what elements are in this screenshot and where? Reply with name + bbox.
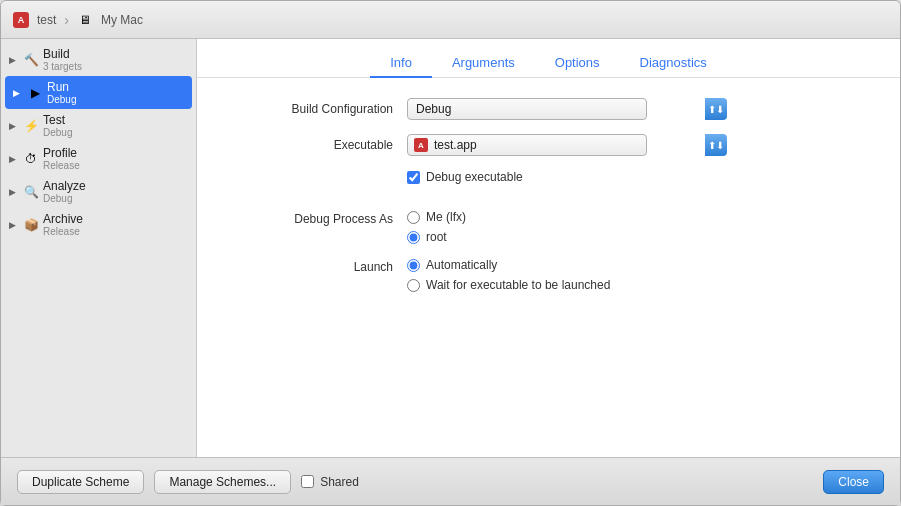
xcode-icon: A — [13, 12, 29, 28]
debug-exe-label: Debug executable — [426, 170, 523, 184]
launch-wait-row: Wait for executable to be launched — [407, 278, 610, 292]
profile-icon: ⏱ — [23, 151, 39, 167]
test-label: Test — [43, 113, 72, 127]
project-name: test — [37, 13, 56, 27]
debug-exe-checkbox-row: Debug executable — [407, 170, 523, 184]
executable-select-wrapper: A test.app ⬆⬇ — [407, 134, 727, 156]
scheme-name: My Mac — [101, 13, 143, 27]
debug-process-root-radio[interactable] — [407, 231, 420, 244]
analyze-arrow-icon: ▶ — [9, 187, 19, 197]
mac-icon: 🖥 — [77, 12, 93, 28]
scheme-editor-window: A test › 🖥 My Mac ▶ 🔨 Build 3 targets ▶ … — [0, 0, 901, 506]
debug-process-radio-group: Me (lfx) root — [407, 210, 466, 244]
sidebar: ▶ 🔨 Build 3 targets ▶ ▶ Run Debug ▶ ⚡ — [1, 39, 197, 457]
sidebar-item-test[interactable]: ▶ ⚡ Test Debug — [1, 109, 196, 142]
debug-process-me-label: Me (lfx) — [426, 210, 466, 224]
debug-process-me-row: Me (lfx) — [407, 210, 466, 224]
launch-auto-radio[interactable] — [407, 259, 420, 272]
content-area: Info Arguments Options Diagnostics Build… — [197, 39, 900, 457]
shared-checkbox-group: Shared — [301, 475, 359, 489]
launch-row: Launch Automatically Wait for executable… — [237, 258, 860, 292]
profile-label: Profile — [43, 146, 80, 160]
debug-process-label: Debug Process As — [237, 210, 407, 226]
manage-schemes-button[interactable]: Manage Schemes... — [154, 470, 291, 494]
executable-box[interactable]: A test.app — [407, 134, 647, 156]
executable-name: test.app — [434, 138, 477, 152]
run-arrow-icon: ▶ — [13, 88, 23, 98]
tab-info[interactable]: Info — [370, 49, 432, 78]
debug-exe-row: Debug executable — [237, 170, 860, 196]
duplicate-scheme-button[interactable]: Duplicate Scheme — [17, 470, 144, 494]
shared-label: Shared — [320, 475, 359, 489]
archive-icon: 📦 — [23, 217, 39, 233]
debug-process-row: Debug Process As Me (lfx) root — [237, 210, 860, 244]
archive-label: Archive — [43, 212, 83, 226]
build-config-select-wrapper: Debug Release ⬆⬇ — [407, 98, 727, 120]
sidebar-item-archive[interactable]: ▶ 📦 Archive Release — [1, 208, 196, 241]
analyze-label: Analyze — [43, 179, 86, 193]
tabs-bar: Info Arguments Options Diagnostics — [197, 39, 900, 78]
build-arrow-icon: ▶ — [9, 55, 19, 65]
analyze-icon: 🔍 — [23, 184, 39, 200]
sidebar-item-profile[interactable]: ▶ ⏱ Profile Release — [1, 142, 196, 175]
build-config-select[interactable]: Debug Release — [407, 98, 647, 120]
tab-arguments[interactable]: Arguments — [432, 49, 535, 78]
sidebar-item-build[interactable]: ▶ 🔨 Build 3 targets — [1, 43, 196, 76]
titlebar: A test › 🖥 My Mac — [1, 1, 900, 39]
title-separator: › — [64, 12, 69, 28]
form-area: Build Configuration Debug Release ⬆⬇ E — [197, 78, 900, 457]
build-label: Build — [43, 47, 82, 61]
debug-process-me-radio[interactable] — [407, 211, 420, 224]
debug-process-root-row: root — [407, 230, 466, 244]
profile-arrow-icon: ▶ — [9, 154, 19, 164]
shared-checkbox[interactable] — [301, 475, 314, 488]
bottom-bar: Duplicate Scheme Manage Schemes... Share… — [1, 457, 900, 505]
run-icon: ▶ — [27, 85, 43, 101]
main-content: ▶ 🔨 Build 3 targets ▶ ▶ Run Debug ▶ ⚡ — [1, 39, 900, 457]
launch-wait-label: Wait for executable to be launched — [426, 278, 610, 292]
build-subtitle: 3 targets — [43, 61, 82, 72]
launch-radio-group: Automatically Wait for executable to be … — [407, 258, 610, 292]
executable-arrow-icon: ⬆⬇ — [705, 134, 727, 156]
sidebar-item-run[interactable]: ▶ ▶ Run Debug — [5, 76, 192, 109]
debug-process-root-label: root — [426, 230, 447, 244]
build-config-arrow-icon: ⬆⬇ — [705, 98, 727, 120]
executable-row: Executable A test.app ⬆⬇ — [237, 134, 860, 156]
build-config-label: Build Configuration — [237, 102, 407, 116]
executable-app-icon: A — [414, 138, 428, 152]
tab-diagnostics[interactable]: Diagnostics — [620, 49, 727, 78]
build-icon: 🔨 — [23, 52, 39, 68]
test-icon: ⚡ — [23, 118, 39, 134]
test-arrow-icon: ▶ — [9, 121, 19, 131]
sidebar-item-analyze[interactable]: ▶ 🔍 Analyze Debug — [1, 175, 196, 208]
launch-auto-label: Automatically — [426, 258, 497, 272]
close-button[interactable]: Close — [823, 470, 884, 494]
test-subtitle: Debug — [43, 127, 72, 138]
tab-options[interactable]: Options — [535, 49, 620, 78]
analyze-subtitle: Debug — [43, 193, 86, 204]
run-label: Run — [47, 80, 76, 94]
run-subtitle: Debug — [47, 94, 76, 105]
launch-auto-row: Automatically — [407, 258, 610, 272]
archive-subtitle: Release — [43, 226, 83, 237]
build-config-row: Build Configuration Debug Release ⬆⬇ — [237, 98, 860, 120]
profile-subtitle: Release — [43, 160, 80, 171]
launch-wait-radio[interactable] — [407, 279, 420, 292]
launch-label: Launch — [237, 258, 407, 274]
archive-arrow-icon: ▶ — [9, 220, 19, 230]
executable-label: Executable — [237, 138, 407, 152]
debug-exe-checkbox[interactable] — [407, 171, 420, 184]
